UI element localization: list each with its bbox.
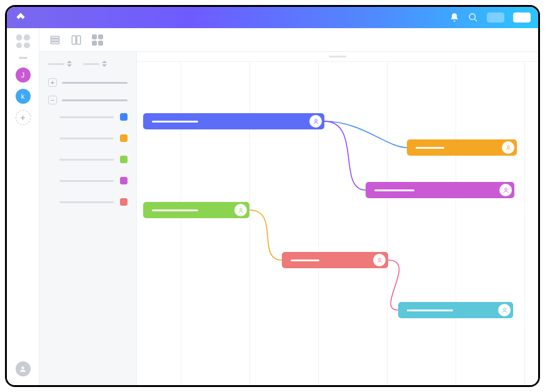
task-group-collapsed[interactable]: + — [48, 78, 128, 87]
gantt-bar[interactable] — [143, 202, 249, 218]
task-row[interactable] — [59, 113, 128, 121]
assignee-avatar[interactable] — [234, 204, 247, 216]
gantt-bar[interactable] — [143, 113, 324, 129]
task-row[interactable] — [59, 134, 128, 142]
svg-rect-1 — [51, 39, 59, 41]
gantt-canvas[interactable] — [137, 52, 538, 385]
gantt-bar[interactable] — [398, 302, 513, 318]
app-logo-icon — [14, 11, 27, 24]
sort-controls — [48, 61, 128, 67]
add-workspace-button[interactable]: + — [16, 110, 31, 125]
sort-control[interactable] — [48, 61, 72, 67]
task-row[interactable] — [59, 198, 128, 206]
dependency-line — [249, 210, 282, 260]
gantt-bar[interactable] — [282, 252, 388, 268]
view-toolbar — [39, 28, 538, 52]
board-view-icon[interactable] — [71, 34, 82, 46]
gantt-bar-label — [374, 189, 414, 191]
expand-icon[interactable]: + — [48, 78, 57, 87]
timeline-ruler[interactable] — [137, 52, 538, 62]
assignee-avatar[interactable] — [373, 254, 386, 266]
workspace-avatar[interactable]: k — [16, 89, 31, 104]
bell-icon[interactable] — [449, 13, 459, 23]
task-color-swatch — [120, 198, 128, 206]
dependency-line — [324, 121, 366, 190]
gantt-bar[interactable] — [366, 182, 514, 198]
collapse-icon[interactable]: − — [48, 96, 57, 104]
task-sidebar: + − — [39, 52, 137, 385]
task-color-swatch — [120, 113, 128, 121]
search-icon[interactable] — [468, 13, 478, 23]
svg-rect-0 — [51, 36, 59, 38]
svg-rect-4 — [77, 36, 81, 44]
left-rail: Jk + — [7, 28, 39, 385]
workspace-avatar[interactable]: J — [16, 68, 31, 83]
svg-rect-3 — [72, 36, 76, 44]
gantt-bar-label — [152, 209, 198, 211]
app-topbar — [7, 7, 538, 28]
dependency-line — [388, 260, 399, 310]
topbar-action-pill[interactable] — [513, 13, 531, 23]
assignee-avatar[interactable] — [502, 141, 514, 154]
current-user-avatar[interactable] — [16, 361, 31, 376]
task-color-swatch — [120, 134, 128, 142]
task-group-expanded[interactable]: − — [48, 96, 128, 104]
task-row[interactable] — [59, 177, 128, 184]
task-color-swatch — [120, 156, 128, 163]
dependency-line — [324, 121, 407, 148]
gantt-bar-label — [152, 121, 198, 123]
ruler-handle-icon[interactable] — [329, 56, 346, 58]
gantt-bar[interactable] — [407, 139, 517, 156]
assignee-avatar[interactable] — [309, 115, 322, 128]
gantt-bar-label — [291, 259, 319, 261]
assignee-avatar[interactable] — [498, 304, 511, 316]
list-view-icon[interactable] — [49, 34, 61, 46]
apps-icon[interactable] — [16, 34, 30, 48]
svg-rect-2 — [51, 42, 59, 44]
rail-collapse-icon[interactable] — [19, 57, 28, 59]
task-color-swatch — [120, 177, 128, 184]
gantt-bar-label — [416, 147, 444, 149]
gantt-bar-label — [407, 309, 453, 311]
task-row[interactable] — [59, 156, 128, 163]
grid-view-icon[interactable] — [92, 34, 103, 46]
topbar-status-pill[interactable] — [487, 13, 504, 23]
sort-control[interactable] — [83, 61, 107, 67]
assignee-avatar[interactable] — [499, 184, 512, 196]
